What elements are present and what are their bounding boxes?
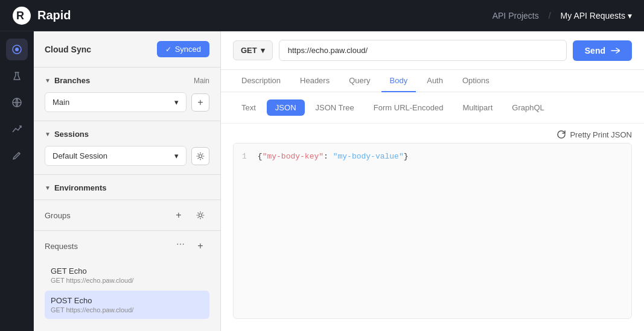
send-label: Send xyxy=(585,46,605,55)
sessions-settings-button[interactable] xyxy=(191,147,209,165)
code-editor[interactable]: 1{"my-body-key": "my-body-value"} xyxy=(233,143,632,319)
groups-section: Groups + xyxy=(34,200,220,231)
svg-point-3 xyxy=(15,48,19,51)
branches-dropdown-row: Main ▾ + xyxy=(45,92,209,112)
sessions-section: ▼ Sessions Default Session ▾ xyxy=(34,121,220,175)
branches-badge: Main xyxy=(194,77,209,85)
environments-title-row: ▼ Environments xyxy=(45,183,107,192)
requests-label: Requests xyxy=(45,242,78,251)
environments-title: Environments xyxy=(54,183,107,192)
sessions-dropdown[interactable]: Default Session ▾ xyxy=(45,146,187,166)
tab-description[interactable]: Description xyxy=(233,70,289,92)
groups-actions: + xyxy=(170,206,209,224)
tab-headers[interactable]: Headers xyxy=(292,70,338,92)
request-url: GET https://echo.paw.cloud/ xyxy=(51,306,203,314)
sub-tab-text[interactable]: Text xyxy=(233,99,264,116)
url-input[interactable] xyxy=(279,40,567,61)
svg-text:R: R xyxy=(16,10,24,22)
sub-tab-form-url-encoded[interactable]: Form URL-Encoded xyxy=(365,99,452,116)
gear-icon-group xyxy=(196,211,205,219)
groups-header: Groups + xyxy=(45,200,209,230)
open-brace: { xyxy=(258,152,263,161)
check-icon: ✓ xyxy=(165,45,171,54)
request-name: GET Echo xyxy=(51,266,203,276)
tab-query[interactable]: Query xyxy=(340,70,378,92)
line-number: 1 xyxy=(242,152,247,161)
send-button[interactable]: Send xyxy=(573,40,632,61)
svg-point-6 xyxy=(199,214,202,217)
main-layout: Cloud Sync ✓ Synced ▼ Branches Main Main… xyxy=(0,31,644,331)
api-projects-link[interactable]: API Projects xyxy=(493,11,539,20)
json-key: "my-body-key" xyxy=(263,152,324,161)
environments-chevron-icon: ▼ xyxy=(45,184,51,191)
request-url: GET https://echo.paw.cloud/ xyxy=(51,277,203,284)
sidebar-icon-chart[interactable] xyxy=(6,118,28,140)
branches-title: Branches xyxy=(54,76,90,85)
sessions-dropdown-chevron-icon: ▾ xyxy=(174,151,179,160)
left-panel: Cloud Sync ✓ Synced ▼ Branches Main Main… xyxy=(34,31,221,331)
sidebar-icon-flask[interactable] xyxy=(6,65,28,87)
method-label: GET xyxy=(241,46,257,55)
sessions-dropdown-row: Default Session ▾ xyxy=(45,146,209,166)
rapid-logo-icon: R xyxy=(12,6,31,25)
svg-point-5 xyxy=(199,154,202,157)
branches-title-row: ▼ Branches xyxy=(45,76,90,85)
sub-tab-json[interactable]: JSON xyxy=(267,99,305,116)
url-bar: GET ▾ Send xyxy=(221,31,644,70)
tab-auth[interactable]: Auth xyxy=(418,70,451,92)
gear-icon xyxy=(196,152,205,160)
request-item-get-echo[interactable]: GET Echo GET https://echo.paw.cloud/ xyxy=(45,261,209,289)
json-value: "my-body-value" xyxy=(333,152,404,161)
requests-actions: ⋯ + xyxy=(173,237,209,255)
sub-tabs: Text JSON JSON Tree Form URL-Encoded Mul… xyxy=(221,92,644,124)
group-settings-button[interactable] xyxy=(191,206,209,224)
cloud-sync-bar: Cloud Sync ✓ Synced xyxy=(34,31,220,68)
add-request-button[interactable]: + xyxy=(191,237,209,255)
nav-right: API Projects / My API Requests ▾ xyxy=(493,11,632,20)
environments-header: ▼ Environments xyxy=(45,183,209,192)
my-api-requests-link[interactable]: My API Requests ▾ xyxy=(561,11,632,20)
environments-section: ▼ Environments xyxy=(34,175,220,200)
pretty-print-label: Pretty Print JSON xyxy=(570,130,632,139)
request-item-post-echo[interactable]: POST Echo GET https://echo.paw.cloud/ xyxy=(45,291,209,319)
method-dropdown[interactable]: GET ▾ xyxy=(233,40,273,60)
sessions-header: ▼ Sessions xyxy=(45,130,209,139)
json-colon: : xyxy=(324,152,328,161)
refresh-icon xyxy=(556,130,566,139)
sessions-chevron-icon: ▼ xyxy=(45,131,51,137)
synced-label: Synced xyxy=(175,45,201,54)
groups-label: Groups xyxy=(45,211,71,220)
close-brace: } xyxy=(404,152,409,161)
sidebar-icon-pen[interactable] xyxy=(6,145,28,166)
pretty-print-row: Pretty Print JSON xyxy=(221,124,644,143)
branches-dropdown[interactable]: Main ▾ xyxy=(45,92,187,112)
branches-selected: Main xyxy=(53,98,69,107)
sessions-title: Sessions xyxy=(54,130,89,139)
right-panel: GET ▾ Send Description Headers Query xyxy=(221,31,644,331)
tab-body[interactable]: Body xyxy=(381,70,416,92)
add-branch-button[interactable]: + xyxy=(191,93,209,112)
send-icon xyxy=(610,46,620,55)
branches-header: ▼ Branches Main xyxy=(45,76,209,85)
sub-tab-json-tree[interactable]: JSON Tree xyxy=(307,99,363,116)
method-chevron-icon: ▾ xyxy=(261,46,265,55)
branches-dropdown-chevron-icon: ▾ xyxy=(174,98,179,107)
sidebar-icon-globe[interactable] xyxy=(6,92,28,113)
sub-tab-graphql[interactable]: GraphQL xyxy=(503,99,552,116)
tab-options[interactable]: Options xyxy=(454,70,498,92)
requests-header: Requests ⋯ + xyxy=(45,231,209,261)
icon-sidebar xyxy=(0,31,34,331)
branches-section: ▼ Branches Main Main ▾ + xyxy=(34,68,220,121)
requests-dots-button[interactable]: ⋯ xyxy=(173,237,188,251)
sidebar-icon-home[interactable] xyxy=(6,39,28,60)
pretty-print-button[interactable]: Pretty Print JSON xyxy=(556,130,632,139)
synced-button[interactable]: ✓ Synced xyxy=(157,41,209,57)
request-name: POST Echo xyxy=(51,296,203,305)
sessions-title-row: ▼ Sessions xyxy=(45,130,89,139)
nav-separator: / xyxy=(549,11,551,20)
branches-chevron-icon: ▼ xyxy=(45,77,51,84)
add-group-button[interactable]: + xyxy=(170,206,188,224)
main-tabs: Description Headers Query Body Auth Opti… xyxy=(221,70,644,92)
top-nav: R Rapid API Projects / My API Requests ▾ xyxy=(0,0,644,31)
sub-tab-multipart[interactable]: Multipart xyxy=(454,99,501,116)
